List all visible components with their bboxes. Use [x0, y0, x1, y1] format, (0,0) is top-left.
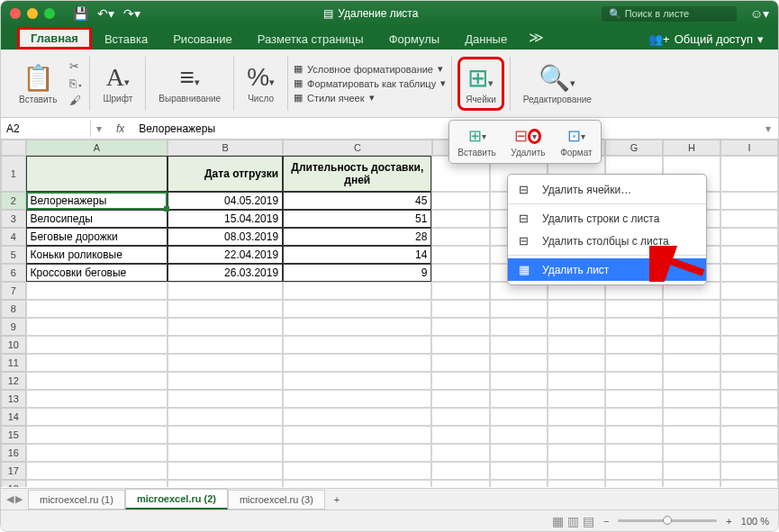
view-normal-icon[interactable]: ▦: [552, 514, 564, 528]
cell[interactable]: [431, 354, 489, 372]
cell[interactable]: [490, 426, 548, 444]
cell[interactable]: [283, 408, 431, 426]
cell[interactable]: [283, 390, 431, 408]
minimize-window-icon[interactable]: [27, 8, 38, 19]
tab-insert[interactable]: Вставка: [92, 29, 160, 50]
cell[interactable]: [26, 444, 168, 462]
cell[interactable]: [431, 480, 489, 487]
name-box-dropdown-icon[interactable]: ▾: [91, 122, 107, 135]
cell[interactable]: [720, 192, 778, 210]
cell[interactable]: [490, 300, 548, 318]
tab-layout[interactable]: Разметка страницы: [245, 29, 376, 50]
cell[interactable]: [720, 426, 778, 444]
group-number[interactable]: %▾ Число: [240, 63, 282, 104]
cell[interactable]: [663, 390, 720, 408]
formula-input[interactable]: Велоренажеры: [133, 122, 758, 135]
sheet-tab-1[interactable]: microexcel.ru (1): [28, 490, 125, 509]
cell[interactable]: [548, 408, 605, 426]
row-header[interactable]: 10: [1, 336, 26, 354]
cell[interactable]: [431, 390, 489, 408]
cell[interactable]: [168, 390, 283, 408]
add-sheet-button[interactable]: +: [325, 491, 349, 509]
cell-a4[interactable]: Беговые дорожки: [26, 228, 168, 246]
cell[interactable]: [490, 336, 548, 354]
cell-b1[interactable]: Дата отгрузки: [168, 156, 283, 192]
cell[interactable]: [490, 408, 548, 426]
row-header-6[interactable]: 6: [1, 264, 26, 282]
cell[interactable]: [283, 426, 431, 444]
cell[interactable]: [720, 462, 778, 480]
cell[interactable]: [663, 462, 720, 480]
cell[interactable]: [720, 390, 778, 408]
cell[interactable]: [605, 372, 663, 390]
cell[interactable]: [431, 444, 489, 462]
row-header[interactable]: 13: [1, 390, 26, 408]
view-pagebreak-icon[interactable]: ▤: [583, 514, 594, 528]
col-header-b[interactable]: B: [168, 140, 283, 156]
cell[interactable]: [490, 462, 548, 480]
cell[interactable]: [431, 426, 489, 444]
cell[interactable]: [168, 480, 283, 487]
cell[interactable]: [26, 372, 168, 390]
cell[interactable]: [605, 408, 663, 426]
cell-c5[interactable]: 14: [283, 246, 431, 264]
cell[interactable]: [431, 462, 489, 480]
insert-cells-button[interactable]: ⊞ ▾ Вставить: [457, 126, 495, 158]
tab-more[interactable]: ≫: [520, 25, 553, 50]
cell-a1[interactable]: [26, 156, 168, 192]
cell-styles-button[interactable]: ▦Стили ячеек▾: [294, 92, 446, 104]
cell[interactable]: [548, 372, 605, 390]
cell[interactable]: [663, 444, 720, 462]
cell[interactable]: [720, 156, 778, 192]
cell[interactable]: [548, 300, 605, 318]
cell[interactable]: [26, 408, 168, 426]
cell[interactable]: [720, 228, 778, 246]
col-header-c[interactable]: C: [283, 140, 431, 156]
cell[interactable]: [720, 354, 778, 372]
cell[interactable]: [431, 318, 489, 336]
cell[interactable]: [26, 480, 168, 487]
cell[interactable]: [283, 372, 431, 390]
row-header-3[interactable]: 3: [1, 210, 26, 228]
col-header-i[interactable]: I: [720, 140, 778, 156]
cell[interactable]: [490, 444, 548, 462]
cell[interactable]: [283, 300, 431, 318]
cell[interactable]: [720, 444, 778, 462]
cell[interactable]: [431, 300, 489, 318]
cell[interactable]: [168, 354, 283, 372]
cell-b2[interactable]: 04.05.2019: [168, 192, 283, 210]
cell-c3[interactable]: 51: [283, 210, 431, 228]
row-header[interactable]: 11: [1, 354, 26, 372]
cell[interactable]: [26, 462, 168, 480]
cell[interactable]: [663, 318, 720, 336]
cell[interactable]: [431, 228, 489, 246]
row-header-4[interactable]: 4: [1, 228, 26, 246]
cell[interactable]: [720, 372, 778, 390]
cell-a6[interactable]: Кроссовки беговые: [26, 264, 168, 282]
zoom-out-button[interactable]: −: [603, 516, 609, 527]
row-header[interactable]: 15: [1, 426, 26, 444]
cell[interactable]: [605, 480, 663, 487]
zoom-slider[interactable]: [618, 519, 717, 522]
cell[interactable]: [431, 192, 489, 210]
cell[interactable]: [548, 444, 605, 462]
cell[interactable]: [720, 336, 778, 354]
tab-draw[interactable]: Рисование: [160, 29, 244, 50]
cell[interactable]: [720, 264, 778, 282]
cell[interactable]: [663, 426, 720, 444]
cell[interactable]: [283, 444, 431, 462]
cell[interactable]: [168, 426, 283, 444]
cell[interactable]: [168, 372, 283, 390]
cell[interactable]: [548, 354, 605, 372]
tab-formulas[interactable]: Формулы: [376, 29, 453, 50]
cell[interactable]: [490, 354, 548, 372]
tab-home[interactable]: Главная: [17, 27, 92, 50]
name-box[interactable]: A2: [1, 121, 91, 137]
format-table-button[interactable]: ▦Форматировать как таблицу▾: [294, 77, 446, 89]
window-controls[interactable]: [10, 8, 55, 19]
cell[interactable]: [283, 462, 431, 480]
cell[interactable]: [720, 282, 778, 300]
menu-delete-cells[interactable]: ⊟ Удалить ячейки…: [508, 178, 706, 201]
cell[interactable]: [431, 246, 489, 264]
cell[interactable]: [605, 426, 663, 444]
